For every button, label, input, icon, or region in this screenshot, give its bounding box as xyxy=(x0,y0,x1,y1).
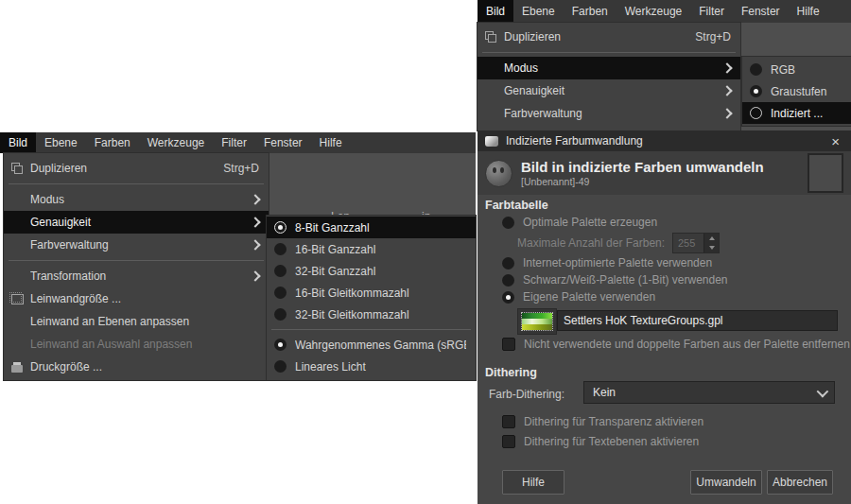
menu-item-duplizieren[interactable]: Duplizieren Strg+D xyxy=(4,157,269,180)
checkbox-icon xyxy=(502,415,515,428)
section-dithering: Dithering xyxy=(485,366,537,379)
spin-up-icon[interactable] xyxy=(709,236,715,240)
max-colors-label: Maximale Anzahl der Farben: xyxy=(517,236,665,250)
submenu-item-16bit-ganzzahl[interactable]: 16-Bit Ganzzahl xyxy=(267,238,476,260)
menu-item-leinwand-auswahl: Leinwand an Auswahl anpassen xyxy=(4,333,269,356)
indexed-conversion-dialog: Indizierte Farbumwandlung × Bild in indi… xyxy=(478,130,851,504)
convert-button[interactable]: Umwandeln xyxy=(690,470,762,495)
menu-separator xyxy=(9,183,264,184)
submenu-item-wahrgenommenes-gamma[interactable]: Wahrgenommenes Gamma (sRGB) xyxy=(267,334,476,356)
radio-icon xyxy=(502,217,514,229)
submenu-item-8bit-ganzzahl[interactable]: 8-Bit Ganzzahl xyxy=(267,217,476,238)
right-menubar: Bild Ebene Farben Werkzeuge Filter Fenst… xyxy=(478,0,851,23)
menubar-item-werkzeuge[interactable]: Werkzeuge xyxy=(139,132,213,153)
palette-preview-button[interactable] xyxy=(517,308,557,335)
radio-selected-icon xyxy=(274,339,287,351)
dialog-heading: Bild in indizierte Farben umwandeln xyxy=(521,159,764,175)
submenu-item-32bit-gleitkomma[interactable]: 32-Bit Gleitkommazahl xyxy=(267,304,476,325)
canvas-size-icon xyxy=(11,294,30,304)
left-window: Bild Ebene Farben Werkzeuge Filter Fenst… xyxy=(0,132,476,380)
menubar-item-ebene[interactable]: Ebene xyxy=(513,0,564,23)
image-thumbnail xyxy=(808,153,843,193)
chevron-down-icon xyxy=(817,385,829,397)
spinner-arrows[interactable] xyxy=(703,234,719,252)
menubar-item-bild[interactable]: Bild xyxy=(478,0,513,23)
dialog-title: Indizierte Farbumwandlung xyxy=(506,134,643,148)
right-window: Bild Ebene Farben Werkzeuge Filter Fenst… xyxy=(478,0,851,504)
menu-item-farbverwaltung[interactable]: Farbverwaltung xyxy=(478,102,740,125)
menu-item-genauigkeit[interactable]: Genauigkeit xyxy=(478,79,740,102)
radio-web-palette[interactable]: Internet-optimierte Palette verwenden xyxy=(502,254,712,271)
radio-bw-palette[interactable]: Schwarz/Weiß-Palette (1-Bit) verwenden xyxy=(502,271,728,288)
radio-icon xyxy=(274,360,287,373)
submenu-item-indiziert[interactable]: Indiziert ... xyxy=(742,102,851,124)
menubar-item-hilfe[interactable]: Hilfe xyxy=(789,0,828,23)
cancel-button[interactable]: Abbrechen xyxy=(767,470,833,495)
left-menubar: Bild Ebene Farben Werkzeuge Filter Fenst… xyxy=(0,132,476,153)
menu-item-genauigkeit[interactable]: Genauigkeit xyxy=(4,211,269,234)
spin-down-icon[interactable] xyxy=(709,246,715,250)
menu-item-duplizieren[interactable]: Duplizieren Strg+D xyxy=(478,26,740,48)
submenu-arrow-icon xyxy=(721,85,732,96)
menubar-item-fenster[interactable]: Fenster xyxy=(733,0,789,23)
max-colors-spinner[interactable]: 255 xyxy=(672,233,720,253)
submenu-item-graustufen[interactable]: Graustufen xyxy=(742,80,851,102)
checkbox-dithering-textlayers[interactable]: Dithering für Textebenen aktivieren xyxy=(502,433,699,450)
radio-icon xyxy=(274,265,287,277)
menu-item-leinwand-ebenen[interactable]: Leinwand an Ebenen anpassen xyxy=(4,310,269,333)
submenu-arrow-icon xyxy=(250,270,260,281)
radio-custom-palette[interactable]: Eigene Palette verwenden xyxy=(502,288,655,305)
menu-item-modus[interactable]: Modus xyxy=(4,188,269,211)
printer-icon xyxy=(11,362,30,373)
menubar-item-filter[interactable]: Filter xyxy=(213,132,255,153)
dialog-header: Bild in indizierte Farben umwandeln [Unb… xyxy=(478,151,851,195)
menu-item-farbverwaltung[interactable]: Farbverwaltung xyxy=(4,234,269,256)
menu-separator xyxy=(9,260,264,261)
checkbox-dithering-transparency[interactable]: Dithering für Transparenz aktivieren xyxy=(502,413,703,430)
screenshot-stage: Bild Ebene Farben Werkzeuge Filter Fenst… xyxy=(0,0,851,504)
submenu-item-lineares-licht[interactable]: Lineares Licht xyxy=(267,356,476,377)
submenu-arrow-icon xyxy=(250,194,260,204)
menubar-item-farben[interactable]: Farben xyxy=(564,0,617,23)
menu-item-transformation[interactable]: Transformation xyxy=(4,265,269,287)
menu-item-leinwandgroesse[interactable]: Leinwandgröße ... xyxy=(4,287,269,310)
image-name-label: [Unbenannt]-49 xyxy=(521,176,764,187)
menubar-item-farben[interactable]: Farben xyxy=(86,132,139,153)
gimp-wilber-icon xyxy=(485,136,498,147)
submenu-item-32bit-ganzzahl[interactable]: 32-Bit Ganzzahl xyxy=(267,260,476,282)
checkbox-remove-unused[interactable]: Nicht verwendete und doppelte Farben aus… xyxy=(502,336,850,353)
dialog-titlebar[interactable]: Indizierte Farbumwandlung × xyxy=(478,130,851,151)
right-bild-menu: Duplizieren Strg+D Modus Genauigkeit Far… xyxy=(478,23,740,130)
shortcut-label: Strg+D xyxy=(223,162,259,175)
menubar-item-bild[interactable]: Bild xyxy=(0,132,36,153)
submenu-arrow-icon xyxy=(250,217,260,227)
menubar-item-hilfe[interactable]: Hilfe xyxy=(311,132,351,153)
radio-icon xyxy=(502,257,514,269)
radio-optimal-palette[interactable]: Optimale Palette erzeugen xyxy=(502,214,657,231)
wilber-avatar-icon xyxy=(485,160,512,187)
radio-icon xyxy=(750,63,762,76)
color-dithering-select[interactable]: Kein xyxy=(583,381,835,404)
radio-icon xyxy=(274,287,287,299)
copy-icon xyxy=(11,163,30,174)
radio-selected-icon xyxy=(750,85,762,97)
menubar-item-ebene[interactable]: Ebene xyxy=(36,132,86,153)
submenu-item-rgb[interactable]: RGB xyxy=(742,59,851,80)
menubar-item-filter[interactable]: Filter xyxy=(690,0,733,23)
genauigkeit-submenu: 8-Bit Ganzzahl 16-Bit Ganzzahl 32-Bit Ga… xyxy=(267,216,476,380)
checkbox-icon xyxy=(502,338,515,351)
radio-selected-icon xyxy=(274,221,287,234)
menu-separator xyxy=(271,329,471,330)
radio-selected-icon xyxy=(502,291,514,304)
menu-item-modus[interactable]: Modus xyxy=(478,57,740,79)
menubar-item-werkzeuge[interactable]: Werkzeuge xyxy=(617,0,690,23)
submenu-item-16bit-gleitkomma[interactable]: 16-Bit Gleitkommazahl xyxy=(267,282,476,304)
menubar-item-fenster[interactable]: Fenster xyxy=(255,132,311,153)
palette-name-field[interactable]: Settlers HoK TextureGroups.gpl xyxy=(557,310,838,331)
help-button[interactable]: Hilfe xyxy=(502,470,564,495)
modus-submenu: RGB Graustufen Indiziert ... xyxy=(742,57,851,126)
radio-icon xyxy=(274,308,287,321)
selected-option: Kein xyxy=(593,386,616,399)
menu-item-druckgroesse[interactable]: Druckgröße ... xyxy=(4,356,269,378)
close-icon[interactable]: × xyxy=(827,134,843,148)
